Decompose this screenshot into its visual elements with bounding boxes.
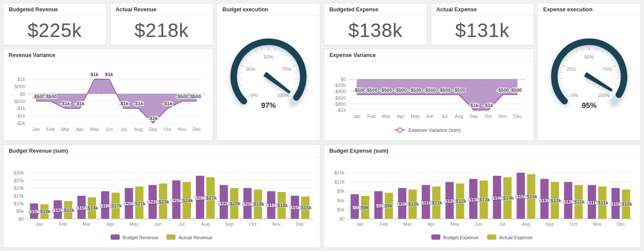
svg-text:-$500: -$500 <box>365 87 377 93</box>
svg-text:Aug: Aug <box>455 114 463 119</box>
budget-revenue-chart[interactable]: $0$5k$10k$15k$20k$25k$30k$10k$10k$12k$12… <box>3 157 320 248</box>
svg-text:50%: 50% <box>584 54 594 60</box>
svg-text:Oct: Oct <box>570 221 577 227</box>
svg-text:-$1k: -$1k <box>163 101 173 106</box>
svg-text:Oct: Oct <box>249 221 256 227</box>
svg-text:Apr: Apr <box>397 114 404 119</box>
svg-text:$10k: $10k <box>622 201 633 207</box>
card-budgeted-revenue: Budgeted Revenue $225k <box>3 3 107 45</box>
svg-text:$0: $0 <box>19 216 24 221</box>
gauge-needle <box>264 73 291 94</box>
svg-text:-$500: -$500 <box>353 87 366 93</box>
svg-text:Mar: Mar <box>403 221 412 227</box>
svg-text:-$500: -$500 <box>380 87 392 93</box>
svg-text:$8k: $8k <box>352 205 361 210</box>
card-actual-revenue: Actual Revenue $218k <box>110 3 214 45</box>
svg-text:Feb: Feb <box>47 127 55 132</box>
svg-text:$9k: $9k <box>337 188 345 194</box>
svg-text:$12k: $12k <box>445 198 456 204</box>
svg-text:0%: 0% <box>571 93 578 98</box>
svg-text:-$1k: -$1k <box>134 101 144 106</box>
svg-text:-$2k: -$2k <box>16 120 26 126</box>
svg-text:Nov: Nov <box>178 127 187 132</box>
svg-text:$1k: $1k <box>17 77 25 82</box>
card-expense-variance: Expense Variance $0-$200-$400-$600-$800-… <box>324 49 534 141</box>
svg-text:$9k: $9k <box>376 203 384 208</box>
kpi-value-budgeted-expense: $138k <box>348 20 402 41</box>
legend-item-budget-expense[interactable]: Budget Expense <box>431 234 479 240</box>
svg-text:$5k: $5k <box>16 208 24 214</box>
svg-text:May: May <box>130 221 139 227</box>
svg-text:Jul: Jul <box>499 221 505 227</box>
svg-text:May: May <box>450 221 460 227</box>
card-title: Budgeted Revenue <box>3 3 106 16</box>
svg-text:-$1k: -$1k <box>119 101 129 106</box>
svg-text:$30k: $30k <box>13 170 24 175</box>
legend-item-actual-revenue[interactable]: Actual Revenue <box>167 234 213 240</box>
expense-variance-chart[interactable]: $0-$200-$400-$600-$800-$1k-$500-$500-$50… <box>324 61 533 141</box>
svg-text:Sep: Sep <box>225 221 233 227</box>
svg-text:-$500: -$500 <box>510 87 522 93</box>
svg-text:Budget Expense: Budget Expense <box>443 235 479 240</box>
svg-text:$10k: $10k <box>408 201 419 207</box>
svg-text:$8k: $8k <box>361 205 369 210</box>
svg-text:-$600: -$600 <box>334 95 346 100</box>
svg-text:May: May <box>411 114 420 119</box>
legend-item-budget-revenue[interactable]: Budget Revenue <box>111 234 158 240</box>
svg-text:Jul: Jul <box>178 221 184 227</box>
expense-execution-gauge[interactable]: 0%25%50%75%100%95% <box>538 16 641 141</box>
svg-text:Nov: Nov <box>593 221 601 227</box>
kpi-value-budgeted-revenue: $225k <box>27 20 82 41</box>
kpi-value-actual-expense: $131k <box>455 20 510 41</box>
svg-text:Feb: Feb <box>59 221 67 227</box>
svg-text:$14k: $14k <box>503 195 514 201</box>
svg-text:$15k: $15k <box>13 193 24 198</box>
svg-text:$9k: $9k <box>385 203 393 208</box>
svg-text:$15k: $15k <box>290 205 301 210</box>
svg-text:$12k: $12k <box>550 198 561 203</box>
svg-text:$18k: $18k <box>100 203 111 208</box>
svg-text:-$1k: -$1k <box>16 113 26 118</box>
svg-text:$13k: $13k <box>468 197 479 202</box>
svg-text:$21k: $21k <box>135 201 146 206</box>
kpi-value-actual-revenue: $218k <box>134 20 189 41</box>
svg-text:75%: 75% <box>282 67 292 72</box>
budget-revenue-sum-canvas: $0$5k$10k$15k$20k$25k$30k$10k$10k$12k$12… <box>3 157 320 248</box>
legend-expense-variance[interactable]: Expense Variance (sum) <box>395 127 461 133</box>
svg-text:-$1k: -$1k <box>60 101 70 106</box>
svg-text:Jul: Jul <box>121 127 127 132</box>
svg-text:-$500: -$500 <box>176 94 188 99</box>
svg-text:$14k: $14k <box>87 205 98 211</box>
svg-text:Dec: Dec <box>513 114 522 119</box>
svg-text:$11k: $11k <box>598 200 609 205</box>
svg-text:0%: 0% <box>251 93 258 98</box>
legend-item-actual-expense[interactable]: Actual Expense <box>487 234 533 240</box>
gauge-needle <box>585 73 613 92</box>
svg-text:Sep: Sep <box>470 114 478 119</box>
svg-text:$11k: $11k <box>421 200 432 205</box>
svg-text:$12k: $12k <box>64 207 75 213</box>
svg-text:Mar: Mar <box>382 114 390 119</box>
svg-text:Mar: Mar <box>83 221 91 227</box>
card-budget-revenue-sum: Budget Revenue (sum) $0$5k$10k$15k$20k$2… <box>3 144 320 248</box>
svg-text:$11k: $11k <box>574 199 585 204</box>
svg-text:Actual Expense: Actual Expense <box>500 235 533 240</box>
svg-text:Budget Revenue: Budget Revenue <box>123 235 158 240</box>
budget-execution-gauge[interactable]: 0%25%50%75%100%97% <box>217 16 320 141</box>
card-budget-execution: Budget execution 0%25%50%75%100%97% <box>217 3 320 141</box>
svg-text:$22k: $22k <box>148 199 158 204</box>
svg-text:$20k: $20k <box>242 201 253 207</box>
svg-text:$11k: $11k <box>587 200 598 205</box>
svg-text:Apr: Apr <box>76 127 84 132</box>
svg-text:$0: $0 <box>341 77 346 82</box>
svg-text:Jan: Jan <box>32 127 40 132</box>
svg-text:-$500: -$500 <box>33 94 45 99</box>
revenue-variance-chart[interactable]: $1k$500$0-$500-$1k-$1k-$2k-$500-$500-$1k… <box>3 61 213 141</box>
svg-text:$1k: $1k <box>91 72 99 77</box>
card-budgeted-expense: Budgeted Expense $138k <box>324 3 427 45</box>
dashboard: Budgeted Revenue $225k Actual Revenue $2… <box>0 0 644 251</box>
svg-text:$0: $0 <box>20 91 25 97</box>
svg-text:$15k: $15k <box>77 205 87 211</box>
svg-text:$12k: $12k <box>456 198 466 204</box>
budget-expense-chart[interactable]: $0$3k$6k$9k$12k$15k$8k$8k$9k$9k$10k$10k$… <box>324 157 641 248</box>
